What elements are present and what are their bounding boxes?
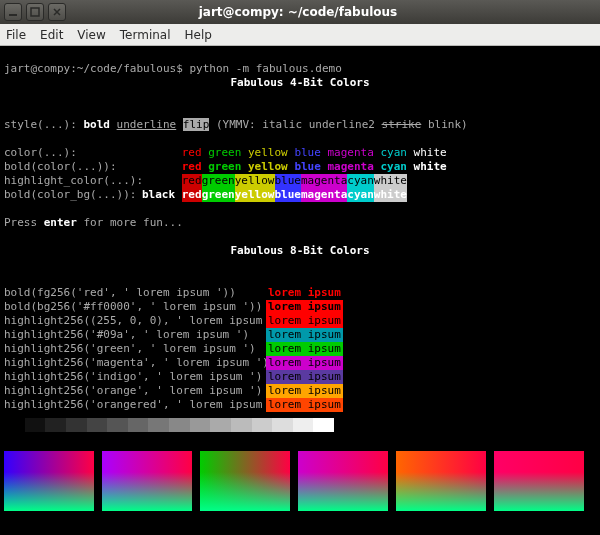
grey-swatch-row bbox=[4, 418, 334, 432]
grey-swatch bbox=[4, 418, 25, 432]
hue-swatch bbox=[396, 451, 486, 511]
menu-edit[interactable]: Edit bbox=[40, 28, 63, 42]
sample-hl-magenta: lorem ipsum bbox=[266, 356, 343, 370]
bold-black: black bbox=[142, 160, 175, 173]
section-8bit-title: Fabulous 8-Bit Colors bbox=[4, 244, 596, 258]
func-highlight: highlight_color(...): bbox=[4, 174, 142, 188]
color-red: red bbox=[182, 146, 202, 159]
grey-swatch bbox=[128, 418, 149, 432]
style-flip: flip bbox=[183, 118, 210, 131]
minimize-button[interactable] bbox=[4, 3, 22, 21]
bold-green: green bbox=[208, 160, 241, 173]
grey-swatch bbox=[210, 418, 231, 432]
press-enter-1b: enter bbox=[44, 216, 77, 229]
hl-green: green bbox=[202, 174, 235, 188]
call-hl-09a: highlight256('#09a', ' lorem ipsum ') bbox=[4, 328, 266, 342]
func-boldbg: bold(color_bg(...)): bbox=[4, 188, 142, 202]
boldbg-red: red bbox=[182, 188, 202, 202]
sample-hl-orangered: lorem ipsum bbox=[266, 398, 343, 412]
boldbg-yellow: yellow bbox=[235, 188, 275, 202]
grey-swatch bbox=[293, 418, 314, 432]
color-magenta: magenta bbox=[328, 146, 374, 159]
boldbg-black-label: black bbox=[142, 188, 175, 201]
color-white: white bbox=[414, 146, 447, 159]
color-cyan: cyan bbox=[380, 146, 407, 159]
func-boldcolor: bold(color(...)): bbox=[4, 160, 142, 174]
window-title: jart@compy: ~/code/fabulous bbox=[70, 5, 526, 19]
style-label: style(...): bbox=[4, 118, 77, 131]
grey-swatch bbox=[313, 418, 334, 432]
hl-red: red bbox=[182, 174, 202, 188]
bold-blue: blue bbox=[294, 160, 321, 173]
bold-magenta: magenta bbox=[328, 160, 374, 173]
boldbg-white: white bbox=[374, 188, 407, 202]
press-enter-1a: Press bbox=[4, 216, 44, 229]
boldbg-green: green bbox=[202, 188, 235, 202]
boldbg-magenta: magenta bbox=[301, 188, 347, 202]
grey-swatch bbox=[169, 418, 190, 432]
call-hl-green: highlight256('green', ' lorem ipsum ') bbox=[4, 342, 266, 356]
hl-blue: blue bbox=[275, 174, 302, 188]
func-color: color(...): bbox=[4, 146, 142, 160]
grey-swatch bbox=[148, 418, 169, 432]
svg-rect-0 bbox=[31, 8, 39, 16]
hl-cyan: cyan bbox=[347, 174, 374, 188]
shell-command: python -m fabulous.demo bbox=[189, 62, 341, 75]
maximize-button[interactable] bbox=[26, 3, 44, 21]
terminal[interactable]: jart@compy:~/code/fabulous$ python -m fa… bbox=[0, 46, 600, 535]
sample-hl-indigo: lorem ipsum bbox=[266, 370, 343, 384]
sample-hl-orange: lorem ipsum bbox=[266, 384, 343, 398]
grey-swatch bbox=[190, 418, 211, 432]
menu-terminal[interactable]: Terminal bbox=[120, 28, 171, 42]
hl-yellow: yellow bbox=[235, 174, 275, 188]
hue-swatch bbox=[4, 451, 94, 511]
menu-file[interactable]: File bbox=[6, 28, 26, 42]
section-4bit-title: Fabulous 4-Bit Colors bbox=[4, 76, 596, 90]
hue-swatch bbox=[200, 451, 290, 511]
call-hl-indigo: highlight256('indigo', ' lorem ipsum ') bbox=[4, 370, 266, 384]
grey-swatch bbox=[45, 418, 66, 432]
bold-cyan: cyan bbox=[380, 160, 407, 173]
boldbg-blue: blue bbox=[275, 188, 302, 202]
press-enter-1c: for more fun... bbox=[77, 216, 183, 229]
style-bold: bold bbox=[83, 118, 110, 131]
grey-swatch bbox=[107, 418, 128, 432]
call-hl-magenta: highlight256('magenta', ' lorem ipsum ') bbox=[4, 356, 266, 370]
grey-swatch bbox=[252, 418, 273, 432]
sample-hl-09a: lorem ipsum bbox=[266, 328, 343, 342]
style-strike: strike bbox=[382, 118, 422, 131]
call-bg256-red: bold(bg256('#ff0000', ' lorem ipsum ')) bbox=[4, 300, 266, 314]
bold-white: white bbox=[414, 160, 447, 173]
menubar: File Edit View Terminal Help bbox=[0, 24, 600, 46]
hl-magenta: magenta bbox=[301, 174, 347, 188]
grey-swatch bbox=[231, 418, 252, 432]
call-hl-orangered: highlight256('orangered', ' lorem ipsum … bbox=[4, 398, 266, 412]
call-hl-rgb-red: highlight256((255, 0, 0), ' lorem ipsum … bbox=[4, 314, 266, 328]
call-hl-orange: highlight256('orange', ' lorem ipsum ') bbox=[4, 384, 266, 398]
color-green: green bbox=[208, 146, 241, 159]
menu-view[interactable]: View bbox=[77, 28, 105, 42]
grey-swatch bbox=[272, 418, 293, 432]
hue-swatch bbox=[298, 451, 388, 511]
grey-swatch bbox=[25, 418, 46, 432]
sample-hl-red: lorem ipsum bbox=[266, 314, 343, 328]
grey-swatch bbox=[87, 418, 108, 432]
style-underline: underline bbox=[117, 118, 177, 131]
sample-bg-red: lorem ipsum bbox=[266, 300, 343, 314]
hl-white: white bbox=[374, 174, 407, 188]
style-ymmv-label: (YMMV: italic underline2 bbox=[216, 118, 375, 131]
color-blue: blue bbox=[294, 146, 321, 159]
shell-prompt: jart@compy:~/code/fabulous$ bbox=[4, 62, 183, 75]
grey-swatch bbox=[66, 418, 87, 432]
hue-swatch-row bbox=[4, 451, 596, 511]
color-yellow: yellow bbox=[248, 146, 288, 159]
close-button[interactable] bbox=[48, 3, 66, 21]
boldbg-cyan: cyan bbox=[347, 188, 374, 202]
menu-help[interactable]: Help bbox=[185, 28, 212, 42]
bold-red: red bbox=[182, 160, 202, 173]
sample-hl-green: lorem ipsum bbox=[266, 342, 343, 356]
bold-yellow: yellow bbox=[248, 160, 288, 173]
hue-swatch bbox=[102, 451, 192, 511]
style-blink: blink) bbox=[428, 118, 468, 131]
sample-fg-red: lorem ipsum bbox=[266, 286, 343, 300]
